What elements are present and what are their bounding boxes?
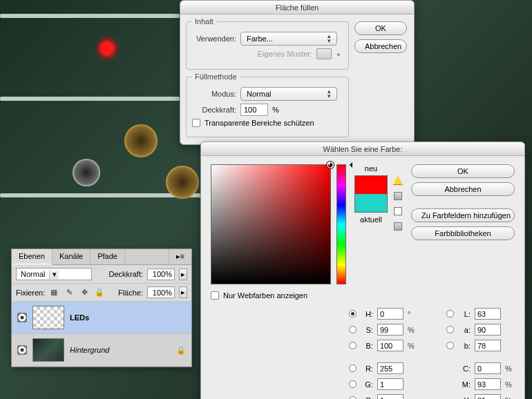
use-select[interactable]: Farbe... ▴▾ [240, 32, 337, 46]
ok-button[interactable]: OK [411, 164, 515, 178]
lock-move-icon[interactable]: ✥ [79, 288, 89, 298]
panel-menu-icon[interactable]: ▸≡ [169, 249, 191, 264]
tab-channels[interactable]: Kanäle [53, 249, 91, 264]
websafe-swatch-icon[interactable] [394, 222, 402, 231]
y-input[interactable] [475, 394, 501, 399]
layer-list: LEDs Hintergrund 🔒 [12, 302, 191, 367]
gamut-warning-icon[interactable] [393, 175, 403, 185]
current-color-swatch[interactable] [355, 194, 387, 212]
blend-mode-value: Normal [17, 270, 49, 278]
radio-l[interactable] [446, 310, 454, 318]
fill-blend-legend: Füllmethode [192, 72, 240, 81]
chevron-right-icon[interactable]: ▸ [179, 286, 187, 298]
radio-lb[interactable] [446, 342, 454, 349]
mode-select-value: Normal [247, 90, 271, 98]
fill-dialog: Fläche füllen Inhalt Verwenden: Farbe...… [180, 0, 415, 145]
websafe-warning-icon[interactable] [394, 207, 402, 215]
radio-r[interactable] [349, 364, 357, 372]
gamut-swatch-icon[interactable] [394, 192, 402, 200]
tab-paths[interactable]: Pfade [91, 249, 125, 264]
use-select-value: Farbe... [247, 35, 273, 43]
new-color-label: neu [365, 164, 377, 173]
panel-tabs: Ebenen Kanäle Pfade ▸≡ [12, 249, 191, 265]
layers-panel: Ebenen Kanäle Pfade ▸≡ Normal▾ Deckkraft… [11, 249, 192, 367]
lock-icon: 🔒 [176, 346, 186, 355]
opacity-unit: % [272, 106, 279, 114]
layer-row[interactable]: LEDs [12, 302, 191, 334]
layer-thumbnail[interactable] [32, 306, 64, 329]
c-input[interactable] [475, 362, 501, 374]
lock-all-icon[interactable]: 🔒 [95, 288, 104, 298]
radio-b[interactable] [349, 342, 357, 349]
color-swatch-pair [354, 175, 388, 213]
panel-fill-input[interactable]: 100% [147, 286, 175, 298]
chevron-right-icon[interactable]: ▸ [179, 269, 187, 280]
l-input[interactable] [475, 308, 501, 320]
color-picker-title: Wählen Sie eine Farbe: [201, 142, 524, 156]
hue-slider[interactable] [336, 164, 346, 284]
custom-pattern-label: Eigenes Muster: [258, 50, 312, 58]
chevron-updown-icon: ▴▾ [324, 34, 334, 43]
add-to-swatches-button[interactable]: Zu Farbfeldern hinzufügen [411, 208, 515, 222]
lock-transparent-icon[interactable]: ▦ [49, 288, 59, 298]
m-input[interactable] [475, 378, 501, 390]
radio-s[interactable] [349, 326, 357, 333]
radio-bb[interactable] [349, 396, 357, 399]
visibility-icon[interactable] [17, 345, 27, 355]
panel-opacity-input[interactable]: 100% [147, 269, 175, 280]
opacity-input[interactable] [240, 104, 268, 116]
mode-select[interactable]: Normal ▴▾ [240, 87, 337, 101]
layer-name[interactable]: LEDs [70, 313, 89, 322]
a-input[interactable] [475, 324, 501, 335]
fill-blend-group: Füllmethode Modus: Normal ▴▾ Deckkraft: … [186, 77, 349, 137]
lb-input[interactable] [475, 340, 501, 351]
s-input[interactable] [377, 324, 403, 335]
bb-input[interactable] [377, 394, 403, 399]
lock-brush-icon[interactable]: ✎ [64, 288, 74, 298]
panel-opacity-label: Deckkraft: [108, 270, 143, 278]
lock-label: Fixieren: [16, 289, 45, 297]
g-input[interactable] [377, 378, 403, 390]
cancel-button[interactable]: Abbrechen [411, 182, 515, 196]
color-picker-dialog: Wählen Sie eine Farbe: Nur Webfarben anz… [200, 142, 525, 399]
radio-h[interactable] [349, 310, 357, 318]
current-color-label: aktuell [360, 215, 382, 224]
color-field[interactable] [211, 164, 331, 284]
fill-content-legend: Inhalt [192, 17, 216, 26]
chevron-right-icon: ▸ [336, 50, 343, 59]
web-colors-checkbox[interactable] [211, 291, 219, 300]
web-colors-label: Nur Webfarben anzeigen [223, 291, 307, 300]
custom-pattern-well [316, 48, 332, 59]
opacity-label: Deckkraft: [192, 106, 236, 114]
layer-row[interactable]: Hintergrund 🔒 [12, 334, 191, 367]
visibility-icon[interactable] [17, 313, 27, 322]
color-libraries-button[interactable]: Farbbibliotheken [411, 226, 515, 240]
b-input[interactable] [377, 340, 403, 351]
layer-thumbnail[interactable] [32, 338, 64, 362]
panel-fill-label: Fläche: [118, 289, 143, 297]
fill-content-group: Inhalt Verwenden: Farbe... ▴▾ Eigenes Mu… [186, 21, 349, 70]
cancel-button[interactable]: Abbrechen [354, 39, 407, 53]
mode-label: Modus: [192, 90, 236, 98]
chevron-updown-icon: ▴▾ [324, 89, 334, 99]
use-label: Verwenden: [192, 35, 236, 43]
fill-dialog-title: Fläche füllen [180, 1, 414, 14]
layer-name[interactable]: Hintergrund [70, 346, 109, 354]
preserve-transparency-label: Transparente Bereiche schützen [205, 119, 314, 127]
radio-g[interactable] [349, 380, 357, 388]
radio-a[interactable] [446, 326, 454, 333]
preserve-transparency-checkbox[interactable] [192, 119, 200, 127]
h-input[interactable] [377, 308, 403, 320]
blend-mode-select[interactable]: Normal▾ [16, 268, 92, 280]
new-color-swatch[interactable] [355, 176, 387, 194]
r-input[interactable] [377, 362, 403, 374]
tab-layers[interactable]: Ebenen [12, 249, 53, 265]
chevron-down-icon: ▾ [49, 270, 59, 279]
ok-button[interactable]: OK [354, 21, 407, 35]
